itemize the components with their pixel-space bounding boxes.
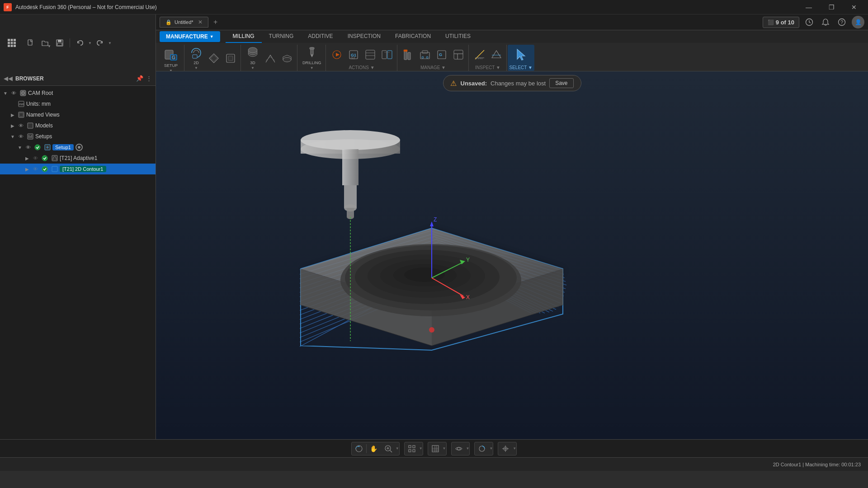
- svg-point-157: [429, 327, 434, 333]
- active-file-tab[interactable]: 🔒 Untitled* ✕: [160, 17, 208, 28]
- post-library-button[interactable]: G: [434, 47, 450, 62]
- undo-dropdown[interactable]: ▼: [88, 41, 92, 45]
- 2d-dropdown[interactable]: ▼: [194, 66, 198, 70]
- expand-adaptive1[interactable]: ▶: [24, 155, 31, 162]
- eye-models[interactable]: 👁: [17, 122, 24, 129]
- help-button[interactable]: ?: [835, 16, 848, 28]
- save-button[interactable]: [53, 37, 66, 49]
- waffle-icon[interactable]: [5, 37, 18, 49]
- orbit-button[interactable]: [352, 442, 366, 455]
- tab-milling[interactable]: MILLING: [226, 30, 262, 43]
- notifications-button[interactable]: [819, 16, 832, 28]
- tree-item-models[interactable]: ▶ 👁 Models: [0, 120, 156, 131]
- select-button[interactable]: [511, 46, 530, 63]
- tab-additive[interactable]: ADDITIVE: [301, 30, 340, 43]
- post-process-button[interactable]: G1G2: [345, 47, 362, 62]
- 3d-dropdown[interactable]: ▼: [251, 66, 255, 70]
- measure-button[interactable]: [472, 47, 488, 62]
- tree-item-units[interactable]: mm Units: mm: [0, 99, 156, 109]
- manufacture-dropdown[interactable]: MANUFACTURE ▼: [160, 31, 220, 42]
- eye-contour1[interactable]: 👁: [32, 165, 39, 173]
- drilling-button[interactable]: DRILLING ▼: [300, 45, 324, 71]
- 2d-facing-button[interactable]: [206, 51, 222, 66]
- template-library-button[interactable]: [450, 47, 467, 62]
- expand-setup1[interactable]: ▼: [16, 144, 24, 151]
- 3d-parallel-button[interactable]: [262, 51, 278, 66]
- 3d-pocket-button[interactable]: [279, 51, 295, 66]
- close-button[interactable]: ✕: [844, 0, 864, 14]
- sheet-cam-button[interactable]: [362, 47, 378, 62]
- 3d-adaptive-button[interactable]: 3D ▼: [244, 45, 262, 71]
- eye-cam-root[interactable]: 👁: [10, 89, 17, 97]
- clock-button[interactable]: [803, 16, 816, 28]
- expand-models[interactable]: ▶: [9, 122, 16, 129]
- browser-more-button[interactable]: ⋮: [146, 75, 152, 82]
- fit-button[interactable]: [405, 442, 419, 455]
- maximize-button[interactable]: ❐: [821, 0, 842, 14]
- ribbon-toolbar: G SETUP ▼ 2D ▼: [156, 43, 868, 71]
- eye-setups[interactable]: 👁: [17, 133, 24, 140]
- tab-inspection[interactable]: INSPECTION: [340, 30, 388, 43]
- tree-item-contour1[interactable]: ▶ 👁 [T21] 2D Contour1: [0, 164, 156, 174]
- eye-adaptive1[interactable]: 👁: [32, 155, 39, 162]
- open-file-dropdown[interactable]: ▼: [39, 37, 52, 49]
- section-analysis-button[interactable]: [488, 47, 505, 62]
- browser-pin-button[interactable]: 📌: [136, 75, 143, 82]
- save-button[interactable]: Save: [549, 78, 573, 88]
- tab-fabrication[interactable]: FABRICATION: [388, 30, 438, 43]
- setup1-target-icon[interactable]: [75, 144, 83, 151]
- svg-text:G2: G2: [351, 56, 355, 60]
- expand-contour1[interactable]: ▶: [24, 165, 31, 173]
- 2d-adaptive-button[interactable]: 2D ▼: [187, 45, 205, 71]
- 2d-pocket-button[interactable]: [222, 51, 239, 66]
- fit-dropdown[interactable]: ▼: [419, 446, 423, 450]
- undo-button[interactable]: [74, 37, 86, 49]
- nc-compare-button[interactable]: [379, 47, 395, 62]
- eye-setup1[interactable]: 👁: [24, 144, 32, 151]
- viewport[interactable]: ⚠ Unsaved: Changes may be lost Save: [156, 71, 868, 439]
- render-button[interactable]: [475, 442, 489, 455]
- expand-cam-root[interactable]: ▼: [2, 89, 9, 97]
- tool-library-button[interactable]: [400, 47, 416, 62]
- simulate-button[interactable]: [329, 47, 345, 62]
- adaptive1-type-icon: [51, 154, 59, 162]
- tab-utilities[interactable]: UTILITIES: [438, 30, 478, 43]
- svg-rect-8: [14, 45, 16, 47]
- tree-item-named-views[interactable]: ▶ Named Views: [0, 109, 156, 120]
- redo-dropdown[interactable]: ▼: [108, 41, 112, 45]
- redo-button[interactable]: [94, 37, 106, 49]
- tab-turning[interactable]: TURNING: [262, 30, 301, 43]
- display-button[interactable]: [452, 442, 466, 455]
- tree-item-setups[interactable]: ▼ 👁 Setups: [0, 131, 156, 142]
- grid-button[interactable]: [428, 442, 443, 455]
- expand-named-views[interactable]: ▶: [9, 111, 16, 118]
- minimize-button[interactable]: —: [798, 0, 819, 14]
- tab-counter[interactable]: ⬛ 9 of 10: [763, 17, 799, 28]
- svg-rect-39: [404, 51, 407, 60]
- inspect-dropdown[interactable]: ▼: [513, 446, 516, 450]
- new-setup-button[interactable]: G SETUP ▼: [160, 45, 182, 71]
- manage-group-label: MANAGE ▼: [420, 65, 446, 71]
- zoom-dropdown[interactable]: ▼: [396, 446, 399, 450]
- fit-tools: ▼: [404, 442, 423, 455]
- user-avatar[interactable]: 👤: [852, 16, 864, 28]
- grid-dropdown[interactable]: ▼: [443, 446, 446, 450]
- drilling-dropdown[interactable]: ▼: [310, 66, 314, 70]
- svg-rect-48: [454, 50, 463, 59]
- svg-text:?: ?: [840, 19, 843, 25]
- tree-item-cam-root[interactable]: ▼ 👁 CAM Root: [0, 88, 156, 99]
- display-dropdown[interactable]: ▼: [466, 446, 470, 450]
- machine-library-button[interactable]: [417, 47, 433, 62]
- tree-item-adaptive1[interactable]: ▶ 👁 [T21] Adaptive1: [0, 153, 156, 164]
- zoom-button[interactable]: [381, 442, 396, 455]
- tree-item-setup1[interactable]: ▼ 👁 Setup1: [0, 142, 156, 153]
- new-file-button[interactable]: [24, 37, 37, 49]
- browser-collapse-button[interactable]: ◀◀: [4, 75, 13, 82]
- inspect-bottom-button[interactable]: [498, 442, 513, 455]
- new-tab-button[interactable]: +: [210, 17, 221, 28]
- render-dropdown[interactable]: ▼: [489, 446, 493, 450]
- svg-rect-58: [20, 90, 26, 96]
- expand-setups[interactable]: ▼: [9, 133, 16, 140]
- pan-button[interactable]: ✋: [367, 442, 381, 455]
- file-tab-close-button[interactable]: ✕: [198, 19, 203, 25]
